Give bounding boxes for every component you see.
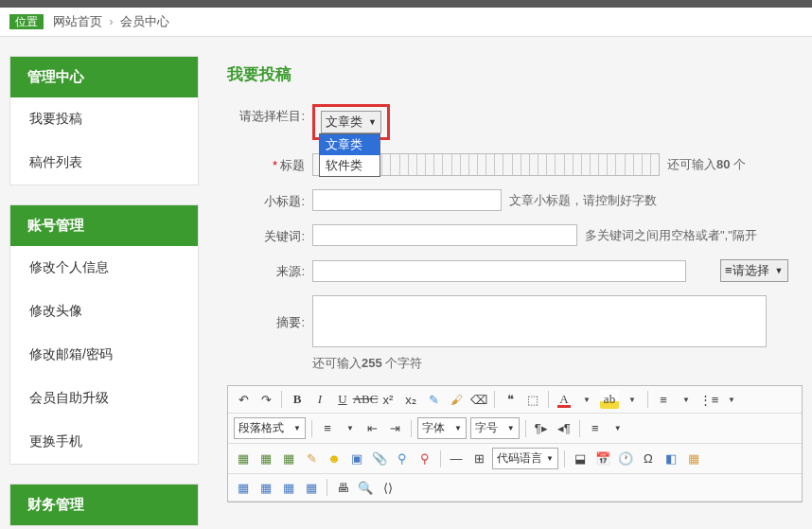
source-select[interactable]: ≡请选择▼	[720, 259, 788, 282]
code-format-icon[interactable]: ⊞	[469, 450, 488, 468]
summary-hint: 还可输入255 个字符	[312, 355, 422, 372]
superscript-button[interactable]: x²	[379, 390, 397, 409]
align-left-button[interactable]: ≡	[318, 419, 337, 438]
category-label: 请选择栏目:	[227, 104, 312, 125]
text-color-button[interactable]: A	[555, 390, 574, 409]
panel-header-account: 账号管理	[10, 205, 198, 246]
strikethrough-button[interactable]: ABC	[356, 390, 375, 409]
unordered-list-button[interactable]: ⋮≡	[699, 390, 718, 409]
subscript-button[interactable]: x₂	[401, 390, 420, 409]
align-arrow[interactable]: ▼	[341, 419, 360, 438]
rich-editor: ↶ ↷ B I U ABC x² x₂ ✎ 🖌 ⌫ ❝ ⬚ A ▼ ab ▼	[227, 385, 803, 503]
search-icon[interactable]: 🔍	[356, 478, 375, 497]
table-delete-icon[interactable]: ▦	[256, 478, 275, 497]
title-label: *标题	[227, 153, 312, 174]
subtitle-label: 小标题:	[227, 189, 312, 210]
indent-button[interactable]: ⇥	[386, 419, 405, 438]
redo-icon[interactable]: ↷	[256, 390, 275, 409]
quote-icon[interactable]: ❝	[501, 390, 520, 409]
date-icon[interactable]: 📅	[593, 450, 612, 468]
rtl-button[interactable]: ◂¶	[555, 419, 574, 438]
attachment-icon[interactable]: 📎	[370, 450, 389, 468]
chevron-down-icon: ▼	[368, 117, 377, 127]
sidebar-item-submit[interactable]: 我要投稿	[10, 97, 198, 141]
outdent-button[interactable]: ⇤	[363, 419, 382, 438]
main-content: 我要投稿 请选择栏目: 文章类▼ 文章类 软件类 *标题	[227, 56, 803, 529]
source-label: 来源:	[227, 259, 312, 280]
font-size-select[interactable]: 字号▼	[470, 417, 520, 439]
ol-arrow[interactable]: ▼	[677, 390, 696, 409]
category-dropdown: 文章类 软件类	[319, 133, 380, 177]
category-select[interactable]: 文章类▼	[321, 111, 381, 133]
bg-color-arrow[interactable]: ▼	[623, 390, 642, 409]
breadcrumb-sep: ›	[109, 14, 113, 28]
ordered-list-button[interactable]: ≡	[654, 390, 673, 409]
para-format-select[interactable]: 段落格式▼	[234, 417, 306, 439]
subtitle-input[interactable]	[312, 189, 502, 211]
print-icon[interactable]: 🖶	[333, 478, 352, 497]
text-color-arrow[interactable]: ▼	[577, 390, 596, 409]
sidebar-item-profile[interactable]: 修改个人信息	[10, 246, 198, 290]
line-height-button[interactable]: ≡	[586, 419, 605, 438]
font-family-select[interactable]: 字体▼	[417, 417, 467, 439]
keywords-label: 关键词:	[227, 224, 312, 245]
map-icon[interactable]: ⚲	[393, 450, 412, 468]
emoji-icon[interactable]: ☻	[325, 450, 344, 468]
special-char-icon[interactable]: Ω	[639, 450, 658, 468]
category-option-article[interactable]: 文章类	[320, 134, 380, 155]
web-image-icon[interactable]: ▦	[279, 450, 298, 468]
chevron-down-icon: ▼	[775, 266, 784, 275]
gmap-icon[interactable]: ⚲	[415, 450, 434, 468]
table-icon[interactable]: ▦	[234, 478, 253, 497]
italic-button[interactable]: I	[310, 390, 329, 409]
source-input[interactable]	[312, 260, 686, 282]
breadcrumb: 位置 网站首页 › 会员中心	[0, 8, 812, 37]
keywords-hint: 多关键词之间用空格或者","隔开	[585, 227, 757, 244]
breadcrumb-current[interactable]: 会员中心	[120, 14, 169, 28]
multi-image-icon[interactable]: ▦	[256, 450, 275, 468]
bg-color-button[interactable]: ab	[600, 390, 619, 409]
scrawl-icon[interactable]: ✎	[302, 450, 321, 468]
summary-textarea[interactable]	[312, 295, 767, 347]
sidebar-item-avatar[interactable]: 修改头像	[10, 290, 198, 333]
subtitle-hint: 文章小标题，请控制好字数	[509, 192, 657, 209]
location-badge: 位置	[9, 14, 44, 29]
clear-format-icon[interactable]: ⌫	[469, 390, 488, 409]
sidebar-item-upgrade[interactable]: 会员自助升级	[10, 377, 198, 420]
time-icon[interactable]: 🕐	[616, 450, 635, 468]
table-col-icon[interactable]: ▦	[302, 478, 321, 497]
sidebar-item-drafts[interactable]: 稿件列表	[10, 141, 198, 185]
pagebreak-icon[interactable]: ⬓	[571, 450, 590, 468]
page-title: 我要投稿	[227, 56, 803, 104]
breadcrumb-home[interactable]: 网站首页	[53, 14, 102, 28]
format-paint-icon[interactable]: 🖌	[447, 390, 466, 409]
wordimage-icon[interactable]: ▦	[684, 450, 703, 468]
image-icon[interactable]: ▦	[234, 450, 253, 468]
title-hint: 还可输入80 个	[667, 156, 746, 173]
keywords-input[interactable]	[312, 224, 577, 246]
sidebar-item-phone[interactable]: 更换手机	[10, 420, 198, 464]
bold-button[interactable]: B	[288, 390, 307, 409]
category-highlight: 文章类▼ 文章类 软件类	[312, 104, 390, 140]
panel-header-manage: 管理中心	[10, 57, 198, 97]
screenshot-icon[interactable]: ◧	[662, 450, 680, 468]
source-icon[interactable]: ⟨⟩	[379, 478, 397, 497]
lh-arrow[interactable]: ▼	[609, 419, 627, 438]
table-row-icon[interactable]: ▦	[279, 478, 298, 497]
brush-icon[interactable]: ✎	[424, 390, 443, 409]
ltr-button[interactable]: ¶▸	[532, 419, 551, 438]
undo-icon[interactable]: ↶	[234, 390, 253, 409]
video-icon[interactable]: ▣	[347, 450, 366, 468]
hr-icon[interactable]: —	[447, 450, 466, 468]
sidebar: 管理中心 我要投稿 稿件列表 账号管理 修改个人信息 修改头像 修改邮箱/密码 …	[9, 56, 199, 529]
sidebar-item-email-pw[interactable]: 修改邮箱/密码	[10, 333, 198, 377]
blockquote-icon[interactable]: ⬚	[523, 390, 542, 409]
summary-label: 摘要:	[227, 295, 312, 331]
panel-header-finance: 财务管理	[10, 485, 198, 525]
code-lang-select[interactable]: 代码语言▼	[492, 448, 558, 469]
ul-arrow[interactable]: ▼	[722, 390, 741, 409]
category-option-software[interactable]: 软件类	[320, 155, 380, 176]
underline-button[interactable]: U	[333, 390, 352, 409]
